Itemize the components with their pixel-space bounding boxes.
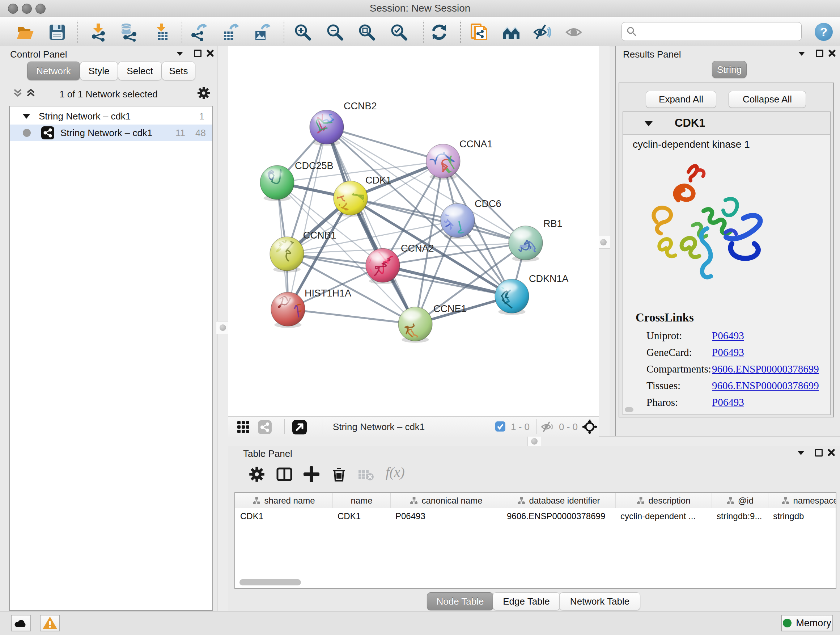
birds-eye-view-icon[interactable]	[582, 419, 598, 435]
expand-all-button[interactable]: Expand All	[646, 91, 716, 108]
hidden-eye-slash-icon[interactable]	[540, 420, 555, 433]
table-cell[interactable]: CDK1	[235, 509, 332, 524]
table-hscrollbar-thumb[interactable]	[240, 579, 301, 585]
table-gear-icon[interactable]	[249, 466, 265, 482]
gear-icon[interactable]	[197, 87, 210, 100]
help-button[interactable]: ?	[815, 23, 833, 41]
network-edge-HIST1H1A-CCNE1[interactable]	[288, 309, 415, 324]
selected-checkbox-icon[interactable]	[495, 421, 506, 432]
horizontal-splitter[interactable]	[228, 436, 840, 447]
left-splitter[interactable]	[217, 46, 228, 611]
import-table-button[interactable]	[150, 21, 173, 43]
maximize-panel-icon[interactable]	[194, 50, 202, 57]
cloud-status-button[interactable]	[11, 615, 31, 631]
tab-network[interactable]: Network	[27, 62, 80, 80]
close-panel-icon[interactable]	[206, 49, 214, 57]
maximize-panel-icon[interactable]	[815, 449, 823, 456]
tab-string[interactable]: String	[712, 61, 747, 78]
export-table-button[interactable]	[219, 21, 242, 43]
network-view-share-icon[interactable]	[257, 420, 272, 434]
open-session-button[interactable]	[14, 21, 37, 43]
detach-view-icon[interactable]	[292, 420, 307, 435]
search-field[interactable]	[622, 22, 802, 41]
delete-column-icon[interactable]	[331, 466, 347, 482]
column-header-canonical-name[interactable]: canonical name	[390, 493, 502, 508]
export-network-button[interactable]	[187, 21, 210, 43]
table-cell[interactable]: P06493	[390, 509, 502, 524]
close-panel-icon[interactable]	[827, 448, 835, 456]
results-hscrollbar-thumb[interactable]	[625, 407, 633, 412]
crosslink-link-compartments[interactable]: 9606.ENSP00000378699	[712, 363, 819, 375]
column-label: description	[648, 496, 690, 506]
collapse-section-icon[interactable]	[645, 121, 653, 126]
protein-card-header[interactable]: CDK1	[623, 112, 830, 135]
float-panel-icon[interactable]	[798, 451, 804, 455]
float-panel-icon[interactable]	[177, 52, 183, 56]
table-cell[interactable]: cyclin-dependent ...	[615, 509, 712, 524]
delete-table-icon[interactable]	[358, 469, 374, 481]
network-collection-row[interactable]: String Network – cdk1 1	[10, 108, 212, 125]
crosslink-link-uniprot[interactable]: P06493	[712, 330, 744, 342]
tab-sets[interactable]: Sets	[162, 62, 195, 80]
network-row-selected[interactable]: String Network – cdk1 11 48	[10, 125, 212, 141]
import-network-file-button[interactable]	[87, 21, 110, 43]
float-panel-icon[interactable]	[798, 52, 805, 56]
hide-glass-button[interactable]	[531, 21, 554, 43]
table-cell[interactable]: stringdb:9...	[712, 509, 768, 524]
current-network-title: String Network – cdk1	[333, 421, 425, 432]
function-builder-icon[interactable]: f(x)	[386, 464, 405, 480]
tab-network-table[interactable]: Network Table	[559, 592, 640, 610]
zoom-in-button[interactable]	[291, 21, 314, 43]
grid-view-icon[interactable]	[237, 421, 250, 434]
show-glass-button[interactable]	[562, 21, 585, 43]
collapse-all-button[interactable]: Collapse All	[729, 91, 806, 108]
warnings-button[interactable]	[40, 615, 60, 631]
maximize-panel-icon[interactable]	[816, 50, 823, 57]
network-canvas[interactable]: CCNB2CCNA1CDC25BCDK1CDC6RB1CCNB1CCNA2CDK…	[228, 46, 599, 416]
show-columns-icon[interactable]	[276, 466, 292, 482]
column-header-id[interactable]: @id	[712, 493, 768, 508]
tab-edge-table[interactable]: Edge Table	[493, 592, 560, 610]
table-cell[interactable]: stringdb	[768, 509, 836, 524]
eye-slash-icon	[533, 23, 552, 42]
table-cell[interactable]: CDK1	[332, 509, 390, 524]
export-image-button[interactable]	[250, 21, 273, 43]
crosslink-link-pharos[interactable]: P06493	[712, 396, 744, 409]
button-label: Collapse All	[743, 94, 792, 105]
zoom-out-button[interactable]	[324, 21, 347, 43]
horizontal-splitter-handle[interactable]	[527, 436, 541, 447]
apply-layout-button[interactable]	[428, 21, 451, 43]
save-session-button[interactable]	[46, 21, 69, 43]
crosslinks-heading: CrossLinks	[636, 311, 694, 325]
column-header-shared-name[interactable]: shared name	[235, 493, 332, 508]
column-header-description[interactable]: description	[615, 493, 712, 508]
tab-node-table[interactable]: Node Table	[427, 592, 493, 610]
column-header-namespace[interactable]: namespace	[768, 493, 836, 508]
add-column-icon[interactable]	[303, 466, 319, 482]
column-header-name[interactable]: name	[332, 493, 390, 508]
table-cell[interactable]: 9606.ENSP00000378699	[502, 509, 615, 524]
export-image-icon	[253, 23, 271, 42]
crosslink-label: Compartments:	[646, 363, 711, 375]
column-header-database-identifier[interactable]: database identifier	[502, 493, 615, 508]
zoom-fit-button[interactable]	[355, 21, 378, 43]
network-node-label: RB1	[543, 218, 562, 229]
memory-button[interactable]: Memory	[781, 615, 833, 631]
tab-style[interactable]: Style	[80, 62, 118, 80]
string-home-button[interactable]	[500, 21, 523, 43]
search-input[interactable]	[637, 26, 801, 38]
export-table-icon	[221, 23, 240, 42]
tab-select[interactable]: Select	[118, 62, 162, 80]
collection-expand-icon[interactable]	[23, 114, 30, 119]
cell-value: P06493	[395, 511, 425, 521]
share-session-button[interactable]	[468, 21, 491, 43]
table-panel-title: Table Panel	[243, 448, 292, 459]
crosslink-link-tissues[interactable]: 9606.ENSP00000378699	[712, 380, 819, 392]
zoom-selected-button[interactable]	[387, 21, 411, 43]
close-panel-icon[interactable]	[828, 49, 836, 57]
crosslink-link-genecard[interactable]: P06493	[712, 347, 744, 358]
import-network-database-button[interactable]	[117, 21, 140, 43]
cell-value: CDK1	[240, 511, 264, 521]
network-edge-CCNB2-HIST1H1A[interactable]	[288, 127, 327, 309]
network-edge-count: 48	[195, 127, 206, 139]
